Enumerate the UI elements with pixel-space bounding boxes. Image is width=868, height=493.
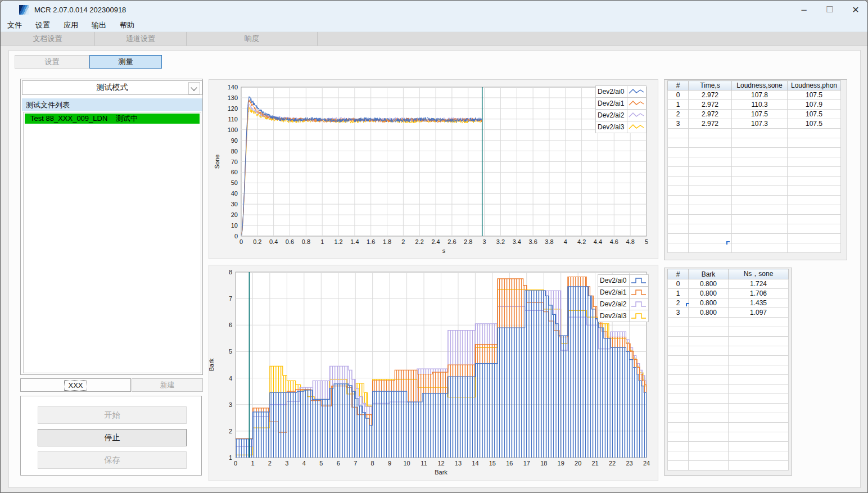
table-row[interactable]: 32.972107.3107.5 (668, 119, 841, 129)
table-cell (668, 167, 689, 177)
table-cell: 1.435 (729, 298, 789, 308)
menu-item-0[interactable]: 文件 (1, 19, 29, 31)
table-cell: 107.9 (788, 100, 841, 110)
svg-text:2.4: 2.4 (431, 238, 440, 245)
table-cell (732, 243, 788, 253)
maximize-button[interactable]: ☐ (817, 1, 843, 19)
table-cell (689, 177, 732, 186)
table-empty-row (668, 356, 789, 365)
table-cell (732, 224, 788, 234)
table-cell (668, 215, 689, 224)
table-cell (729, 404, 789, 413)
svg-text:60: 60 (231, 169, 238, 175)
svg-text:120: 120 (228, 105, 238, 112)
svg-text:3.2: 3.2 (496, 238, 505, 245)
column-header[interactable]: # (668, 81, 689, 91)
table-empty-row (668, 148, 841, 157)
column-header[interactable]: Loudness,sone (732, 81, 788, 91)
table-cell: 0 (668, 279, 689, 289)
test-file-item[interactable]: Test 88_XXX_009_LDN 测试中 (25, 114, 200, 124)
table-cell: 0 (668, 91, 689, 100)
minimize-button[interactable]: ─ (791, 1, 817, 19)
svg-text:1: 1 (251, 460, 254, 467)
table-row[interactable]: 10.8001.706 (668, 289, 789, 298)
new-button[interactable]: 新建 (132, 378, 203, 392)
table-cell (668, 138, 689, 148)
test-mode-select[interactable]: 测试模式 (22, 80, 202, 95)
svg-text:11: 11 (421, 460, 427, 467)
table-cell: 1.724 (729, 279, 789, 289)
svg-text:8: 8 (229, 269, 232, 275)
legend-line-icon (627, 97, 647, 110)
start-button[interactable]: 开始 (38, 406, 187, 424)
svg-text:1.6: 1.6 (367, 238, 375, 245)
legend-label: Dev2/ai3 (598, 310, 630, 322)
table-cell (788, 138, 841, 148)
tab-0[interactable]: 文档设置 (1, 32, 95, 46)
column-header[interactable]: Time,s (689, 81, 732, 91)
menu-item-2[interactable]: 应用 (57, 19, 85, 31)
table-row[interactable]: 02.972107.8107.5 (668, 91, 841, 100)
svg-text:14: 14 (472, 460, 478, 467)
table-cell (729, 346, 789, 356)
svg-text:2: 2 (401, 238, 405, 245)
close-button[interactable]: ✕ (843, 1, 868, 19)
table-cell (689, 196, 732, 205)
menu-item-3[interactable]: 输出 (85, 19, 113, 31)
settings-mode-button[interactable]: 设置 (15, 55, 89, 69)
table-empty-row (668, 318, 789, 327)
tab-2[interactable]: 响度 (187, 32, 318, 46)
svg-text:2.8: 2.8 (464, 238, 472, 245)
chevron-down-icon[interactable] (188, 82, 200, 94)
table-header-row: #BarkNs，sone (668, 269, 789, 279)
menu-item-4[interactable]: 帮助 (113, 19, 141, 31)
svg-text:5: 5 (229, 348, 232, 355)
svg-text:4: 4 (302, 460, 306, 467)
svg-text:0.6: 0.6 (286, 238, 294, 245)
control-group: 开始 停止 保存 (20, 396, 202, 476)
save-button[interactable]: 保存 (38, 451, 187, 469)
table-row[interactable]: 12.972110.3107.9 (668, 100, 841, 110)
table-cell (729, 432, 789, 442)
svg-text:0.4: 0.4 (269, 238, 278, 245)
legend-label: Dev2/ai0 (598, 274, 630, 287)
svg-text:4: 4 (229, 375, 232, 382)
table-empty-row (668, 215, 841, 224)
svg-text:3.4: 3.4 (513, 238, 521, 245)
table-empty-row (668, 404, 789, 413)
tab-strip: 文档设置通道设置响度 (1, 32, 868, 46)
svg-text:0.2: 0.2 (253, 238, 261, 245)
table-empty-row (668, 205, 841, 215)
legend-step-icon (629, 298, 649, 310)
svg-text:2.2: 2.2 (415, 238, 424, 245)
svg-text:140: 140 (228, 84, 238, 91)
table-row[interactable]: 30.8001.097 (668, 308, 789, 318)
column-header[interactable]: # (668, 269, 689, 279)
svg-text:1: 1 (229, 454, 232, 461)
menu-item-1[interactable]: 设置 (29, 19, 57, 31)
legend-label: Dev2/ai1 (598, 286, 630, 298)
table-row[interactable]: 00.8001.724 (668, 279, 789, 289)
table-cell (689, 234, 732, 243)
table-cell: 107.5 (732, 110, 788, 119)
table-cell (689, 337, 729, 346)
table-cell (689, 461, 729, 471)
svg-text:0: 0 (239, 238, 243, 245)
table-cell (732, 167, 788, 177)
loudness-table-panel: #Time,sLoudness,soneLoudness,phon02.9721… (664, 79, 847, 260)
svg-text:16: 16 (506, 460, 513, 467)
stop-button[interactable]: 停止 (38, 429, 187, 446)
column-header[interactable]: Loudness,phon (788, 81, 841, 91)
measure-mode-button[interactable]: 测量 (89, 55, 162, 69)
table-empty-row (668, 442, 789, 451)
bark-table: #BarkNs，sone00.8001.72410.8001.70620.800… (667, 269, 789, 471)
table-cell: 107.8 (732, 91, 788, 100)
tab-1[interactable]: 通道设置 (95, 32, 187, 46)
column-header[interactable]: Ns，sone (729, 269, 789, 279)
table-row[interactable]: 22.972107.5107.5 (668, 110, 841, 119)
table-cell (668, 394, 689, 404)
column-header[interactable]: Bark (689, 269, 729, 279)
svg-text:80: 80 (231, 148, 238, 155)
xxx-button[interactable]: XXX (20, 378, 131, 392)
table-cell (732, 138, 788, 148)
